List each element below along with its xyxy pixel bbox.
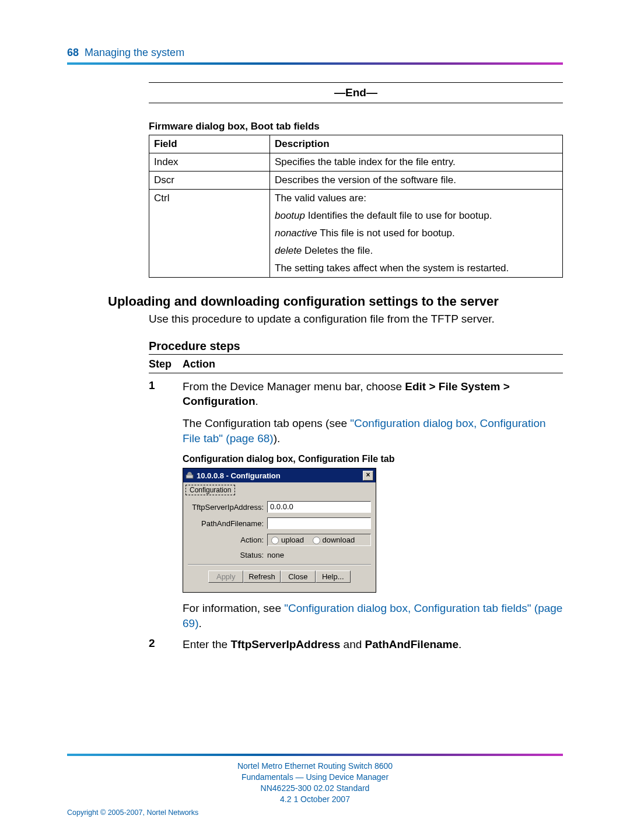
col-step: Step: [149, 358, 183, 370]
refresh-button[interactable]: Refresh: [243, 570, 281, 583]
firmware-fields-table: Field Description Index Specifies the ta…: [149, 135, 563, 278]
status-value: none: [267, 551, 284, 559]
step-1: 1 From the Device Manager menu bar, choo…: [149, 379, 563, 631]
end-label: —End—: [149, 83, 563, 103]
steps-table-header: Step Action: [149, 356, 563, 373]
dialog-tabstrip: Configuration: [183, 482, 376, 495]
chapter-title: Managing the system: [85, 47, 184, 59]
table1-caption: Firmware dialog box, Boot tab fields: [149, 121, 563, 132]
close-icon[interactable]: ×: [363, 471, 373, 481]
radio-upload[interactable]: [271, 537, 279, 544]
step-number: 1: [149, 379, 183, 631]
page: 68 Managing the system —End— Firmware di…: [0, 0, 630, 840]
apply-button[interactable]: Apply: [208, 570, 243, 583]
dialog-caption: Configuration dialog box, Configuration …: [183, 454, 563, 464]
footer-line: 4.2 1 October 2007: [67, 794, 563, 805]
th-field: Field: [149, 135, 270, 153]
step-body: Enter the TftpServerIpAddress and PathAn…: [183, 637, 563, 652]
close-button[interactable]: Close: [281, 570, 316, 583]
table-row: Dscr Describes the version of the softwa…: [149, 172, 563, 190]
footer-rule: [67, 754, 563, 756]
tftp-ip-input[interactable]: 0.0.0.0: [267, 501, 371, 513]
table-row: Ctrl The valid values are: bootup Identi…: [149, 190, 563, 278]
copyright: Copyright © 2005-2007, Nortel Networks: [67, 808, 563, 817]
step-2: 2 Enter the TftpServerIpAddress and Path…: [149, 637, 563, 652]
svg-rect-0: [186, 475, 193, 478]
label-path: PathAndFilename:: [188, 519, 267, 528]
page-number: 68: [67, 47, 79, 59]
step-body: From the Device Manager menu bar, choose…: [183, 379, 563, 631]
footer-line: NN46225-300 02.02 Standard: [67, 783, 563, 794]
dialog-titlebar: 10.0.0.8 - Configuration ×: [183, 468, 376, 482]
end-marker-block: —End—: [149, 82, 563, 103]
table-row: Index Specifies the table index for the …: [149, 153, 563, 172]
dialog-button-row: ApplyRefreshCloseHelp...: [188, 570, 371, 589]
header-rule: [67, 62, 563, 65]
tab-configuration[interactable]: Configuration: [186, 485, 235, 495]
help-button[interactable]: Help...: [316, 570, 351, 583]
col-action: Action: [183, 358, 215, 370]
content-column: —End— Firmware dialog box, Boot tab fiel…: [149, 82, 563, 278]
path-filename-input[interactable]: [267, 517, 371, 529]
label-status: Status:: [188, 551, 267, 559]
dialog-title: 10.0.0.8 - Configuration: [197, 471, 281, 480]
app-icon: [186, 471, 194, 480]
footer-line: Fundamentals — Using Device Manager: [67, 772, 563, 783]
label-tftp-ip: TftpServerIpAddress:: [188, 503, 267, 512]
radio-download[interactable]: [313, 537, 320, 544]
procedure-heading: Procedure steps: [149, 340, 563, 355]
step-number: 2: [149, 637, 183, 652]
running-header: 68 Managing the system: [67, 47, 563, 59]
footer-line: Nortel Metro Ethernet Routing Switch 860…: [67, 761, 563, 772]
section-intro: Use this procedure to update a configura…: [149, 312, 563, 327]
configuration-dialog: 10.0.0.8 - Configuration × Configuration…: [183, 468, 376, 593]
section-heading: Uploading and downloading configuration …: [108, 294, 563, 309]
page-footer: Nortel Metro Ethernet Routing Switch 860…: [67, 754, 563, 817]
th-description: Description: [270, 135, 563, 153]
label-action: Action:: [188, 536, 267, 544]
